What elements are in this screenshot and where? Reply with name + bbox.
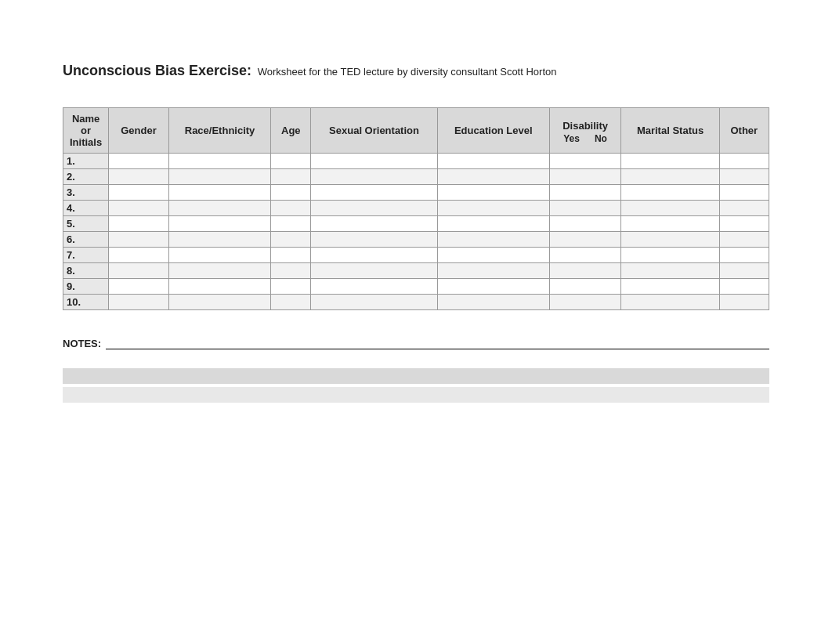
cell-8-7 <box>719 263 769 279</box>
cell-10-0 <box>109 295 169 310</box>
page-container: Unconscious Bias Exercise: Worksheet for… <box>0 0 832 434</box>
cell-7-4 <box>437 248 549 263</box>
cell-6-6 <box>621 232 719 248</box>
table-row: 7. <box>63 248 769 263</box>
cell-5-3 <box>311 216 438 232</box>
disability-yes: Yes <box>563 133 580 144</box>
row-num-2: 2. <box>63 169 109 185</box>
notes-line <box>106 335 769 349</box>
col-header-sexual: Sexual Orientation <box>311 108 438 154</box>
cell-9-5 <box>549 279 621 295</box>
row-num-10: 10. <box>63 295 109 310</box>
cell-5-5 <box>549 216 621 232</box>
col-header-age: Age <box>271 108 311 154</box>
cell-1-5 <box>549 154 621 169</box>
cell-3-0 <box>109 185 169 201</box>
main-title: Unconscious Bias Exercise: <box>63 63 251 78</box>
col-header-marital: Marital Status <box>621 108 719 154</box>
row-num-9: 9. <box>63 279 109 295</box>
cell-2-4 <box>437 169 549 185</box>
cell-3-2 <box>271 185 311 201</box>
cell-10-5 <box>549 295 621 310</box>
cell-7-2 <box>271 248 311 263</box>
cell-10-6 <box>621 295 719 310</box>
cell-9-0 <box>109 279 169 295</box>
cell-8-6 <box>621 263 719 279</box>
cell-10-7 <box>719 295 769 310</box>
table-row: 9. <box>63 279 769 295</box>
row-num-4: 4. <box>63 201 109 216</box>
cell-8-4 <box>437 263 549 279</box>
footer-bars <box>63 368 769 403</box>
cell-3-5 <box>549 185 621 201</box>
cell-6-3 <box>311 232 438 248</box>
cell-5-2 <box>271 216 311 232</box>
cell-1-1 <box>168 154 271 169</box>
cell-1-3 <box>311 154 438 169</box>
cell-7-6 <box>621 248 719 263</box>
col-header-disability: Disability Yes No <box>549 108 621 154</box>
cell-2-2 <box>271 169 311 185</box>
cell-6-4 <box>437 232 549 248</box>
cell-7-5 <box>549 248 621 263</box>
cell-6-1 <box>168 232 271 248</box>
col-header-other: Other <box>719 108 769 154</box>
row-num-6: 6. <box>63 232 109 248</box>
cell-2-5 <box>549 169 621 185</box>
cell-9-3 <box>311 279 438 295</box>
col-header-education: Education Level <box>437 108 549 154</box>
notes-label: NOTES: <box>63 338 101 349</box>
cell-4-4 <box>437 201 549 216</box>
footer-bar-2 <box>63 387 769 403</box>
cell-9-2 <box>271 279 311 295</box>
cell-9-7 <box>719 279 769 295</box>
cell-5-7 <box>719 216 769 232</box>
table-row: 8. <box>63 263 769 279</box>
cell-8-3 <box>311 263 438 279</box>
cell-4-5 <box>549 201 621 216</box>
cell-10-2 <box>271 295 311 310</box>
cell-6-0 <box>109 232 169 248</box>
cell-8-1 <box>168 263 271 279</box>
table-row: 1. <box>63 154 769 169</box>
cell-3-4 <box>437 185 549 201</box>
table-row: 10. <box>63 295 769 310</box>
cell-9-4 <box>437 279 549 295</box>
cell-6-5 <box>549 232 621 248</box>
cell-4-6 <box>621 201 719 216</box>
table-body: 1.2.3.4.5.6.7.8.9.10. <box>63 154 769 310</box>
cell-5-1 <box>168 216 271 232</box>
cell-7-0 <box>109 248 169 263</box>
col-header-race: Race/Ethnicity <box>168 108 271 154</box>
cell-4-1 <box>168 201 271 216</box>
table-row: 4. <box>63 201 769 216</box>
table-row: 2. <box>63 169 769 185</box>
cell-9-1 <box>168 279 271 295</box>
cell-1-4 <box>437 154 549 169</box>
cell-6-2 <box>271 232 311 248</box>
cell-7-7 <box>719 248 769 263</box>
disability-no: No <box>595 133 607 144</box>
cell-10-1 <box>168 295 271 310</box>
title-area: Unconscious Bias Exercise: Worksheet for… <box>63 63 769 79</box>
worksheet-table: Name or Initials Gender Race/Ethnicity A… <box>63 107 769 310</box>
cell-10-4 <box>437 295 549 310</box>
cell-8-0 <box>109 263 169 279</box>
table-row: 6. <box>63 232 769 248</box>
cell-9-6 <box>621 279 719 295</box>
cell-3-7 <box>719 185 769 201</box>
cell-2-6 <box>621 169 719 185</box>
cell-1-0 <box>109 154 169 169</box>
subtitle: Worksheet for the TED lecture by diversi… <box>258 66 557 78</box>
cell-4-2 <box>271 201 311 216</box>
notes-area: NOTES: <box>63 335 769 349</box>
table-row: 5. <box>63 216 769 232</box>
row-num-3: 3. <box>63 185 109 201</box>
cell-4-7 <box>719 201 769 216</box>
cell-1-7 <box>719 154 769 169</box>
cell-5-0 <box>109 216 169 232</box>
cell-3-6 <box>621 185 719 201</box>
cell-7-3 <box>311 248 438 263</box>
cell-2-1 <box>168 169 271 185</box>
row-num-5: 5. <box>63 216 109 232</box>
